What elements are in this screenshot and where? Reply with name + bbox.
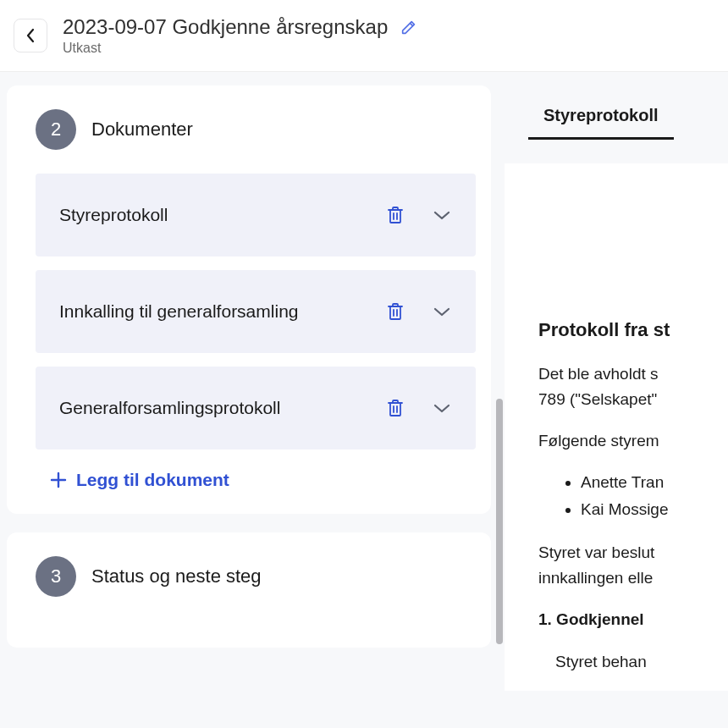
documents-title: Dokumenter xyxy=(91,119,193,141)
preview-text: Det ble avholdt s789 ("Selskapet" xyxy=(538,361,728,411)
chevron-down-icon xyxy=(432,402,452,414)
delete-document-button[interactable] xyxy=(386,301,405,322)
trash-icon xyxy=(386,205,405,225)
list-item: Kai Mossige xyxy=(581,497,728,521)
page-title: 2023-09-07 Godkjenne årsregnskap xyxy=(63,15,388,39)
title-block: 2023-09-07 Godkjenne årsregnskap Utkast xyxy=(63,15,420,56)
edit-title-button[interactable] xyxy=(398,16,420,38)
scrollbar-thumb[interactable] xyxy=(496,399,503,644)
page-header: 2023-09-07 Godkjenne årsregnskap Utkast xyxy=(0,0,728,72)
trash-icon xyxy=(386,398,405,418)
step-number-badge: 3 xyxy=(36,556,76,597)
pencil-icon xyxy=(400,18,418,36)
documents-panel: 2 Dokumenter Styreprotokoll xyxy=(7,85,491,514)
preview-ordered-item: 1. Godkjennel xyxy=(538,607,728,631)
trash-icon xyxy=(386,301,405,322)
delete-document-button[interactable] xyxy=(386,205,405,225)
right-column: Styreprotokoll Protokoll fra st Det ble … xyxy=(505,85,728,691)
page-status: Utkast xyxy=(63,41,420,56)
chevron-down-icon xyxy=(432,306,452,317)
document-preview: Protokoll fra st Det ble avholdt s789 ("… xyxy=(505,163,728,691)
document-name: Generalforsamlingsprotokoll xyxy=(59,398,280,418)
add-document-label: Legg til dokument xyxy=(76,470,229,490)
list-item: Anette Tran xyxy=(581,470,728,494)
add-document-button[interactable]: Legg til dokument xyxy=(36,449,229,490)
expand-document-button[interactable] xyxy=(432,306,452,317)
preview-text: Følgende styrem xyxy=(538,428,728,453)
preview-member-list: Anette Tran Kai Mossige xyxy=(581,470,728,521)
preview-tabs: Styreprotokoll xyxy=(505,85,728,140)
tab-styreprotokoll[interactable]: Styreprotokoll xyxy=(528,85,674,140)
document-item[interactable]: Styreprotokoll xyxy=(36,174,476,256)
document-name: Styreprotokoll xyxy=(59,205,168,225)
expand-document-button[interactable] xyxy=(432,402,452,414)
preview-heading: Protokoll fra st xyxy=(538,316,728,345)
document-item[interactable]: Generalforsamlingsprotokoll xyxy=(36,367,476,449)
left-column: 2 Dokumenter Styreprotokoll xyxy=(7,85,491,691)
back-button[interactable] xyxy=(14,19,47,52)
chevron-down-icon xyxy=(432,209,452,221)
status-title: Status og neste steg xyxy=(91,565,262,587)
preview-text: Styret behan xyxy=(538,649,728,674)
scrollbar[interactable] xyxy=(496,85,503,691)
delete-document-button[interactable] xyxy=(386,398,405,418)
document-list: Styreprotokoll Innkalling til generalfor… xyxy=(36,174,476,449)
expand-document-button[interactable] xyxy=(432,209,452,221)
step-number-badge: 2 xyxy=(36,109,76,150)
chevron-left-icon xyxy=(25,27,36,44)
status-panel: 3 Status og neste steg xyxy=(7,532,491,648)
document-name: Innkalling til generalforsamling xyxy=(59,301,299,322)
document-item[interactable]: Innkalling til generalforsamling xyxy=(36,270,476,353)
preview-text: Styret var beslutinnkallingen elle xyxy=(538,540,728,590)
plus-icon xyxy=(49,471,68,489)
